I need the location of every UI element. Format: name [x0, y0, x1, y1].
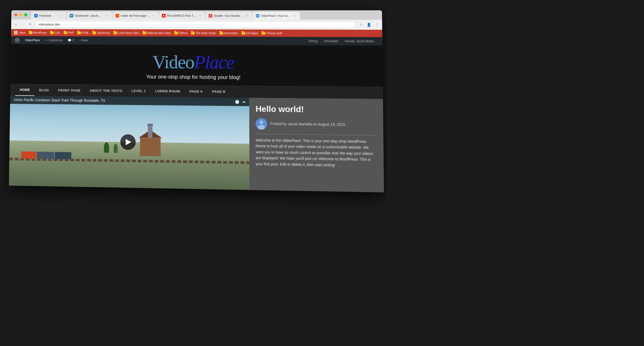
- doodle-favicon: d: [209, 14, 212, 18]
- bookmark-css[interactable]: CSS: [49, 31, 61, 35]
- bookmark-daily-texan[interactable]: The Daily Texan: [190, 31, 217, 35]
- youtube-favicon: ▶: [162, 14, 165, 18]
- maximize-button[interactable]: [24, 13, 27, 16]
- settings-icon[interactable]: ⋮: [374, 22, 380, 28]
- tree2: [114, 144, 118, 153]
- reddit-favicon: r: [116, 14, 119, 18]
- tower-top: [147, 124, 153, 126]
- facebook-favicon: f: [34, 14, 38, 18]
- tab-close-icon[interactable]: ×: [293, 14, 296, 18]
- folder-icon: [29, 31, 33, 34]
- post-content: Welcome to the VideoPlace. This is your …: [256, 137, 377, 169]
- tab-youtube[interactable]: ▶ The AAPRCO Pine Tree L... ×: [159, 12, 205, 20]
- wp-customize[interactable]: ✏ Customize: [43, 36, 65, 45]
- site-header: VideoPlace Your one-stop shop for hostin…: [10, 44, 383, 87]
- tab-dashboard[interactable]: W Dashboard ‹ Jacob Marte... ×: [67, 12, 112, 20]
- profile-icon[interactable]: 👤: [366, 22, 372, 28]
- wp-site-name[interactable]: VideoPlace: [22, 36, 43, 44]
- video-title: Union Pacific Container Stack Train Thro…: [14, 98, 105, 103]
- wp-comments[interactable]: 💬 0: [65, 36, 77, 45]
- wp-developer[interactable]: Developer: [321, 37, 341, 45]
- wordpress-logo[interactable]: W: [14, 37, 20, 44]
- train-car-3: [55, 152, 71, 159]
- bookmark-ios-apps[interactable]: iOS Apps: [241, 31, 259, 35]
- train-car-1: [21, 151, 36, 159]
- tab-close-icon[interactable]: ×: [245, 14, 249, 18]
- browser-actions: ☆ 👤 ⋮: [358, 22, 380, 28]
- nav-page-a[interactable]: PAGE A: [185, 86, 207, 97]
- building: [140, 138, 160, 156]
- site-tagline: Your one-stop shop for hosting your blog…: [15, 73, 377, 81]
- wp-admin-bar: W VideoPlace ✏ Customize 💬 0 + New Debug…: [11, 36, 382, 46]
- nav-lorem-ipsum[interactable]: LOREM IPSUM: [150, 85, 185, 97]
- tab-doodle[interactable]: d Doodle: Your Doodle acc... ×: [206, 12, 252, 20]
- wp-howdy[interactable]: Howdy, Jacob Marte...: [342, 37, 379, 46]
- folder-icon: [50, 31, 54, 34]
- tab-close-icon[interactable]: ×: [198, 14, 202, 18]
- post-author-date: Posted by Jacob Martella on August 19, 2…: [270, 121, 345, 127]
- bookmark-php[interactable]: PHP: [63, 31, 75, 35]
- tab-facebook[interactable]: f Facebook ×: [31, 12, 66, 20]
- minimize-button[interactable]: [19, 13, 22, 16]
- forward-button[interactable]: →: [20, 21, 26, 27]
- refresh-button[interactable]: ↻: [27, 21, 33, 27]
- folder-icon: [219, 32, 223, 34]
- wp-right-section: Debug Developer Howdy, Jacob Marte...: [306, 37, 379, 45]
- nav-buttons: ← → ↻: [13, 21, 33, 27]
- nav-page-b[interactable]: PAGE B: [207, 86, 230, 97]
- site-title-place: Place: [194, 52, 234, 73]
- tab-close-icon[interactable]: ×: [60, 14, 63, 18]
- bookmarks-bar: Apps WordPress CSS PHP HTML JavaScript L…: [11, 29, 382, 37]
- address-input[interactable]: [35, 21, 355, 28]
- bookmark-apps[interactable]: Apps: [13, 30, 27, 35]
- bookmark-icon[interactable]: ☆: [358, 22, 364, 28]
- nav-about-tests[interactable]: ABOUT THE TESTS: [85, 85, 127, 96]
- nav-level1[interactable]: LEVEL 1: [127, 85, 151, 97]
- tab-close-icon[interactable]: ×: [105, 14, 109, 18]
- tree1: [104, 142, 109, 153]
- bookmark-html[interactable]: HTML: [76, 31, 90, 35]
- bookmark-python[interactable]: Python: [173, 31, 189, 35]
- avatar: [256, 118, 267, 129]
- back-button[interactable]: ←: [13, 21, 19, 27]
- video-placeholder: [9, 96, 250, 190]
- folder-icon: [64, 31, 67, 34]
- bookmark-utexas[interactable]: UTexas stuff: [260, 31, 283, 35]
- post-divider: [256, 134, 377, 136]
- close-button[interactable]: [14, 13, 18, 16]
- site-title: VideoPlace: [15, 52, 377, 73]
- wp-new[interactable]: + New: [77, 36, 90, 45]
- wordpress-favicon: W: [70, 14, 73, 18]
- video-controls: 🕐 ➦: [235, 100, 246, 104]
- watch-later-icon[interactable]: 🕐: [235, 100, 239, 104]
- address-bar-row: ← → ↻ ☆ 👤 ⋮: [11, 19, 382, 30]
- share-icon[interactable]: ➦: [242, 100, 245, 104]
- post-section: Hello world! Posted by Jacob Martella on…: [249, 98, 384, 193]
- folder-icon: [92, 31, 96, 34]
- bookmark-local-news[interactable]: Local News Sites: [112, 31, 140, 35]
- apps-grid-icon: [14, 31, 18, 34]
- play-button[interactable]: [120, 134, 136, 150]
- tab-close-icon[interactable]: ×: [152, 14, 155, 18]
- folder-icon: [191, 32, 195, 34]
- bookmark-internships[interactable]: Internships: [218, 31, 239, 35]
- bookmark-national-news[interactable]: National New Sites: [142, 31, 172, 35]
- play-triangle-icon: [126, 139, 131, 145]
- nav-front-page[interactable]: FRONT PAGE: [53, 85, 85, 96]
- folder-icon: [113, 31, 117, 34]
- tab-videoplace[interactable]: V VideoPlace | Your one-sto... ×: [253, 12, 300, 20]
- folder-icon: [143, 31, 146, 34]
- folder-icon: [77, 31, 81, 34]
- tower: [148, 125, 152, 138]
- video-section: Union Pacific Container Stack Train Thro…: [9, 96, 250, 190]
- bookmark-wordpress[interactable]: WordPress: [28, 31, 48, 35]
- nav-blog[interactable]: BLOG: [35, 85, 54, 96]
- wp-debug[interactable]: Debug: [306, 37, 320, 45]
- bookmark-javascript[interactable]: JavaScript: [91, 31, 111, 35]
- folder-icon: [174, 31, 178, 34]
- browser-window: f Facebook × W Dashboard ‹ Jacob Marte..…: [9, 10, 384, 192]
- videoplace-favicon: V: [256, 14, 259, 18]
- tab-reddit[interactable]: r reddit: the front page of th... ×: [113, 12, 158, 20]
- nav-home[interactable]: HOME: [15, 84, 35, 96]
- site-title-video: Video: [152, 52, 194, 73]
